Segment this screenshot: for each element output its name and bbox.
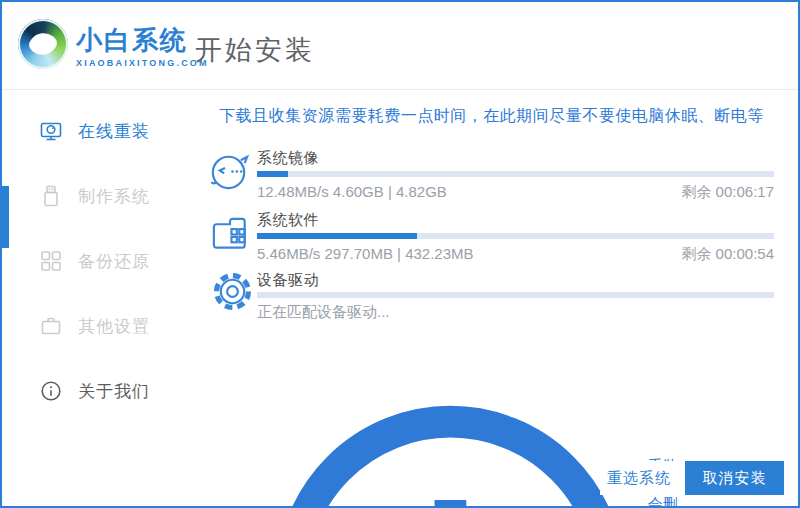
progress-bar-system-software (257, 233, 774, 239)
task-speed-size: 5.46MB/s 297.70MB | 432.23MB (257, 245, 474, 264)
sidebar-item-other-settings[interactable]: 其他设置 (2, 303, 188, 349)
gear-icon (211, 270, 254, 313)
task-remaining-time: 剩余 00:06:17 (681, 183, 774, 202)
sidebar-item-backup-restore[interactable]: 备份还原 (2, 238, 188, 284)
progress-bar-system-image (257, 171, 774, 177)
sidebar-item-make-system[interactable]: 制作系统 (2, 173, 188, 219)
progress-fill (257, 233, 417, 239)
app-window: 免责声明 — ✕ 小白系统 XIAOBAIXITONG.COM 开始安装 在线重… (0, 0, 800, 508)
task-speed-size: 12.48MB/s 4.60GB | 4.82GB (257, 183, 447, 202)
brand-logo-icon (18, 19, 68, 69)
mascot-face-icon (206, 147, 253, 194)
page-title: 开始安装 (195, 32, 315, 68)
folder-grid-icon (209, 212, 252, 255)
monitor-icon (40, 120, 62, 142)
sidebar: 在线重装 制作系统 备份还原 (2, 91, 188, 506)
usb-icon (40, 185, 62, 207)
sidebar-item-label: 关于我们 (78, 380, 150, 403)
task-label: 设备驱动 (257, 271, 319, 290)
sidebar-item-label: 制作系统 (78, 185, 150, 208)
sidebar-item-online-reinstall[interactable]: 在线重装 (2, 108, 188, 154)
task-label: 系统镜像 (257, 149, 319, 168)
brand-domain: XIAOBAIXITONG.COM (76, 58, 209, 68)
sidebar-item-label: 备份还原 (78, 250, 150, 273)
progress-bar-device-driver (257, 292, 774, 298)
briefcase-icon (40, 315, 62, 337)
sidebar-item-about-us[interactable]: 关于我们 (2, 368, 188, 414)
task-remaining-time: 剩余 00:00:54 (681, 245, 774, 264)
reselect-system-button[interactable]: 重选系统 (600, 461, 678, 495)
cancel-install-button[interactable]: 取消安装 (685, 461, 784, 495)
task-label: 系统软件 (257, 211, 319, 230)
brand: 小白系统 XIAOBAIXITONG.COM (76, 26, 209, 68)
info-icon (40, 380, 62, 402)
backup-squares-icon (40, 250, 62, 272)
task-stats-row: 12.48MB/s 4.60GB | 4.82GB 剩余 00:06:17 (257, 183, 774, 202)
download-warning-text: 下载且收集资源需要耗费一点时间，在此期间尽量不要使电脑休眠、断电等 (197, 106, 786, 127)
progress-fill (257, 171, 288, 177)
sidebar-item-label: 在线重装 (78, 120, 150, 143)
backup-note: 重装之前会删除桌面及C盘文件，请及时备份重要资料 (260, 390, 641, 508)
brand-name: 小白系统 (76, 26, 209, 54)
task-status-text: 正在匹配设备驱动... (257, 303, 390, 322)
task-stats-row: 5.46MB/s 297.70MB | 432.23MB 剩余 00:00:54 (257, 245, 774, 264)
exclamation-circle-icon (260, 390, 641, 508)
header: 小白系统 XIAOBAIXITONG.COM 开始安装 (2, 2, 798, 90)
sidebar-item-label: 其他设置 (78, 315, 150, 338)
